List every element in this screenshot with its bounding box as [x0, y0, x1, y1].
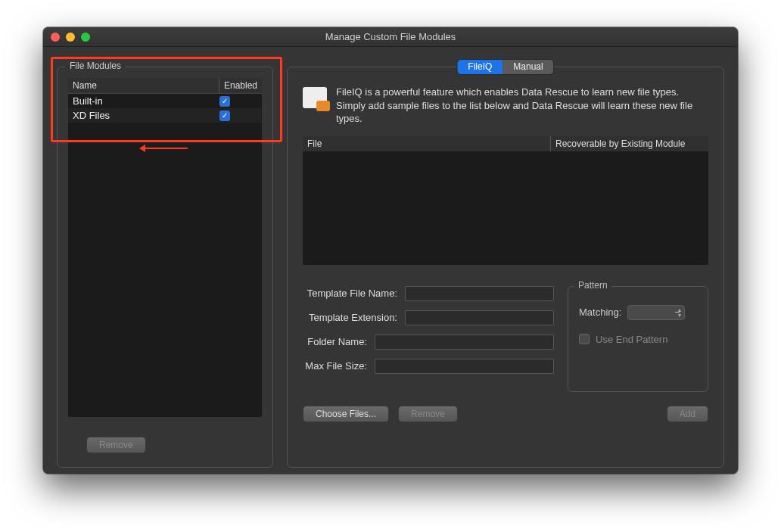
pattern-panel: Pattern Matching: ▴▾ Use End Pattern [568, 286, 708, 392]
file-modules-panel: File Modules Name Enabled Built-in ✓ XD … [57, 67, 273, 468]
column-enabled[interactable]: Enabled [219, 78, 262, 93]
tab-manual[interactable]: Manual [503, 60, 553, 74]
pattern-legend: Pattern [574, 280, 611, 291]
file-modules-header: Name Enabled [68, 78, 262, 94]
file-modules-table: Name Enabled Built-in ✓ XD Files ✓ [68, 78, 262, 417]
module-name: Built-in [73, 95, 215, 107]
window: Manage Custom File Modules File Modules … [43, 27, 738, 474]
choose-files-button[interactable]: Choose Files... [303, 406, 389, 422]
use-end-pattern-row[interactable]: Use End Pattern [579, 334, 697, 345]
chevron-updown-icon: ▴▾ [678, 307, 681, 318]
close-icon[interactable] [51, 33, 60, 42]
table-row[interactable]: Built-in ✓ [68, 94, 262, 108]
form-fields: Template File Name: Template Extension: … [303, 286, 554, 392]
table-row[interactable]: XD Files ✓ [68, 108, 262, 123]
spacer [467, 406, 658, 422]
max-file-size-input[interactable] [375, 359, 554, 374]
checkbox-checked-icon[interactable]: ✓ [219, 110, 230, 121]
matching-popup[interactable]: ▴▾ [627, 305, 685, 320]
column-name[interactable]: Name [68, 78, 219, 93]
checkbox-checked-icon[interactable]: ✓ [219, 96, 230, 107]
fileiq-icon [303, 87, 327, 108]
column-recoverable[interactable]: Recoverable by Existing Module [551, 136, 708, 151]
use-end-pattern-label: Use End Pattern [596, 334, 667, 345]
window-title: Manage Custom File Modules [325, 31, 456, 42]
template-file-name-label: Template File Name: [303, 288, 397, 299]
file-modules-legend: File Modules [65, 61, 126, 71]
checkbox-unchecked-icon[interactable] [579, 334, 590, 344]
template-extension-input[interactable] [405, 310, 554, 325]
column-file[interactable]: File [303, 136, 551, 151]
tab-segmented-control: FileIQ Manual [457, 60, 553, 74]
max-file-size-label: Max File Size: [303, 360, 367, 372]
bottom-button-row: Choose Files... Remove Add [303, 406, 708, 422]
titlebar: Manage Custom File Modules [43, 27, 738, 47]
annotation-arrow [144, 148, 188, 149]
module-enabled-cell: ✓ [215, 96, 257, 107]
module-enabled-cell: ✓ [215, 110, 257, 121]
form-area: Template File Name: Template Extension: … [303, 286, 708, 392]
content-area: File Modules Name Enabled Built-in ✓ XD … [43, 47, 738, 474]
template-file-name-input[interactable] [405, 286, 554, 301]
fileiq-panel: FileIQ Manual FileIQ is a powerful featu… [287, 67, 724, 468]
add-button[interactable]: Add [667, 406, 708, 422]
matching-label: Matching: [579, 306, 621, 318]
folder-name-label: Folder Name: [303, 336, 367, 347]
template-extension-label: Template Extension: [303, 312, 397, 323]
window-controls [51, 33, 90, 42]
zoom-icon[interactable] [81, 33, 90, 42]
file-modules-rows: Built-in ✓ XD Files ✓ [68, 94, 262, 123]
intro-text: FileIQ is a powerful feature which enabl… [336, 86, 708, 126]
remove-module-button[interactable]: Remove [86, 437, 146, 453]
intro-row: FileIQ is a powerful feature which enabl… [303, 86, 708, 126]
minimize-icon[interactable] [66, 33, 75, 42]
folder-name-input[interactable] [375, 334, 554, 350]
sample-files-table: File Recoverable by Existing Module [303, 136, 708, 265]
sample-files-header: File Recoverable by Existing Module [303, 136, 708, 151]
module-name: XD Files [73, 110, 215, 121]
tab-fileiq[interactable]: FileIQ [457, 60, 503, 74]
remove-sample-button[interactable]: Remove [398, 406, 458, 422]
